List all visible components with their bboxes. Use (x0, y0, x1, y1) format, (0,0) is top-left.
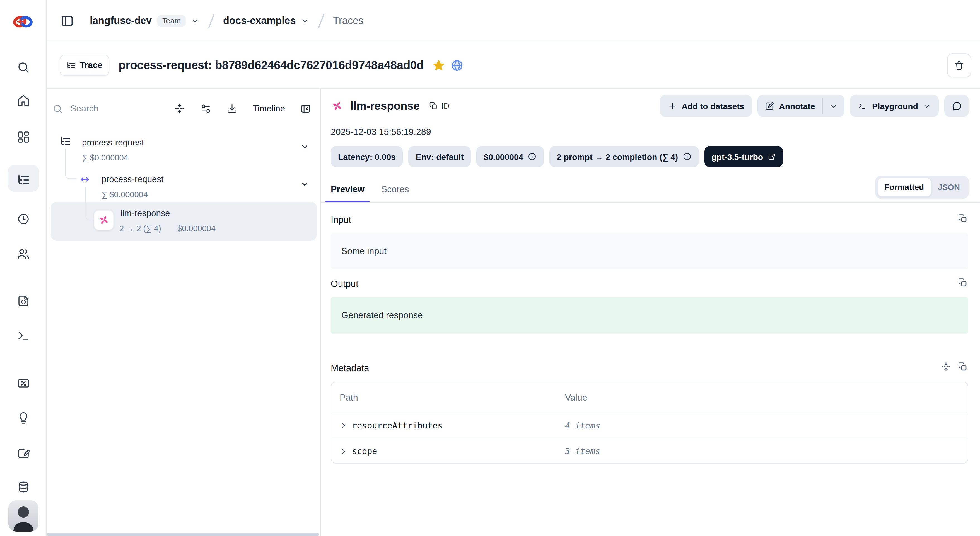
detail-actions: Add to datasets Annotate Playground (660, 95, 969, 117)
chevron-right-icon[interactable] (340, 422, 347, 430)
user-avatar[interactable] (8, 500, 38, 531)
metadata-path: scope (352, 446, 377, 456)
expand-metadata-icon[interactable] (941, 362, 951, 372)
download-icon[interactable] (226, 103, 238, 114)
langfuse-logo[interactable] (12, 14, 33, 29)
format-option-formatted[interactable]: Formatted (877, 178, 931, 197)
rail-item-annotation[interactable] (17, 447, 30, 460)
rail-item-tracing[interactable] (17, 173, 30, 187)
input-content: Some input (331, 233, 968, 269)
tab-preview[interactable]: Preview (325, 177, 370, 202)
chevron-right-icon[interactable] (340, 447, 347, 455)
annotate-split-button: Annotate (758, 95, 845, 117)
copy-id-button[interactable]: ID (429, 101, 449, 110)
format-option-json[interactable]: JSON (931, 178, 967, 197)
token-usage-badge: 2 prompt → 2 completion (∑ 4) (549, 146, 698, 167)
chevron-down-icon (923, 101, 931, 110)
nav-rail (0, 0, 47, 536)
observation-title: llm-response (350, 100, 420, 112)
metadata-section-label: Metadata (331, 363, 369, 373)
comments-button[interactable] (944, 95, 969, 117)
table-row[interactable]: resourceAttributes 4 items (331, 414, 968, 439)
chevron-down-icon (830, 101, 838, 110)
chevron-down-icon[interactable] (300, 179, 310, 189)
rail-item-dashboards[interactable] (17, 130, 30, 144)
collapse-panel-icon[interactable] (300, 103, 311, 114)
rail-item-insights[interactable] (17, 411, 30, 425)
org-chevron-down-icon[interactable] (190, 16, 200, 25)
rail-item-home[interactable] (17, 94, 30, 107)
breadcrumb-project[interactable]: docs-examples (223, 15, 296, 27)
table-row[interactable]: scope 3 items (331, 439, 968, 463)
breadcrumb-org[interactable]: langfuse-dev (90, 15, 152, 27)
external-link-icon (767, 152, 776, 161)
breadcrumb-bar: langfuse-dev Team docs-examples Traces (47, 0, 980, 42)
annotate-dropdown-button[interactable] (823, 95, 845, 117)
tab-scores[interactable]: Scores (375, 177, 415, 202)
pen-square-icon (765, 101, 775, 111)
input-section-label: Input (331, 214, 351, 225)
tree-node-usage: 2 → 2 (∑ 4) (119, 224, 161, 233)
terminal-icon (858, 101, 868, 111)
rail-item-datasets[interactable] (17, 480, 30, 494)
tree-node-name[interactable]: llm-response (121, 208, 170, 219)
playground-button[interactable]: Playground (850, 95, 939, 117)
chevron-down-icon[interactable] (300, 142, 310, 152)
copy-input-icon[interactable] (958, 213, 968, 224)
trace-node-icon (60, 136, 71, 147)
rail-item-sessions[interactable] (17, 212, 30, 226)
public-globe-icon[interactable] (450, 59, 463, 71)
tree-node-name[interactable]: process-request (102, 174, 164, 184)
tree-horizontal-scrollbar[interactable] (47, 533, 319, 536)
output-section-label: Output (331, 279, 358, 289)
format-toggle: Formatted JSON (875, 176, 969, 199)
rail-item-prompts[interactable] (17, 294, 30, 308)
annotate-button[interactable]: Annotate (758, 95, 822, 117)
tree-connector (65, 149, 76, 179)
breadcrumb-separator (208, 14, 215, 28)
info-icon[interactable] (528, 152, 536, 161)
rail-item-evaluation[interactable] (17, 377, 30, 390)
rail-item-playground[interactable] (17, 329, 30, 343)
tree-search[interactable] (52, 103, 159, 114)
tree-node-cost: ∑ $0.000004 (82, 153, 128, 162)
observation-detail-panel: llm-response ID Add to datasets Annotate (321, 89, 980, 536)
org-plan-badge: Team (157, 15, 186, 27)
list-tree-icon (66, 60, 76, 70)
plus-icon (668, 101, 677, 111)
tree-node-name[interactable]: process-request (82, 138, 144, 147)
observation-timestamp: 2025-12-03 15:56:19.289 (331, 127, 431, 137)
id-label: ID (441, 101, 449, 110)
timeline-toggle[interactable]: Timeline (253, 104, 285, 114)
breadcrumb-section[interactable]: Traces (333, 15, 363, 27)
observation-tree-panel: Timeline process-request ∑ $0.000004 pro… (47, 89, 321, 536)
trace-type-badge: Trace (60, 55, 109, 76)
comment-icon (951, 101, 962, 111)
latency-badge: Latency: 0.00s (331, 146, 403, 167)
info-icon[interactable] (682, 152, 691, 161)
bookmark-star-icon[interactable] (432, 59, 445, 71)
delete-trace-button[interactable] (947, 53, 971, 77)
tree-node-cost: ∑ $0.000004 (102, 190, 148, 199)
column-header-path: Path (331, 393, 565, 403)
tree-node-cost: $0.000004 (177, 224, 216, 233)
model-badge[interactable]: gpt-3.5-turbo (704, 146, 783, 167)
trace-type-label: Trace (80, 60, 102, 70)
tree-search-input[interactable] (70, 104, 132, 114)
collapse-all-icon[interactable] (174, 103, 185, 114)
copy-output-icon[interactable] (958, 278, 968, 287)
copy-metadata-icon[interactable] (958, 362, 968, 372)
breadcrumb-separator (318, 14, 325, 28)
add-to-datasets-button[interactable]: Add to datasets (660, 95, 752, 117)
view-settings-icon[interactable] (200, 103, 212, 114)
sidebar-toggle-icon[interactable] (60, 14, 74, 28)
rail-item-users[interactable] (17, 247, 30, 261)
output-content: Generated response (331, 297, 968, 334)
rail-item-search[interactable] (17, 61, 30, 74)
metadata-table-header: Path Value (331, 382, 968, 414)
detail-tabs: Preview Scores (325, 177, 415, 202)
project-chevron-down-icon[interactable] (300, 16, 310, 25)
observation-badges: Latency: 0.00s Env: default $0.000004 2 … (331, 146, 783, 167)
tree-toolbar: Timeline (52, 95, 311, 122)
env-badge: Env: default (409, 146, 471, 167)
